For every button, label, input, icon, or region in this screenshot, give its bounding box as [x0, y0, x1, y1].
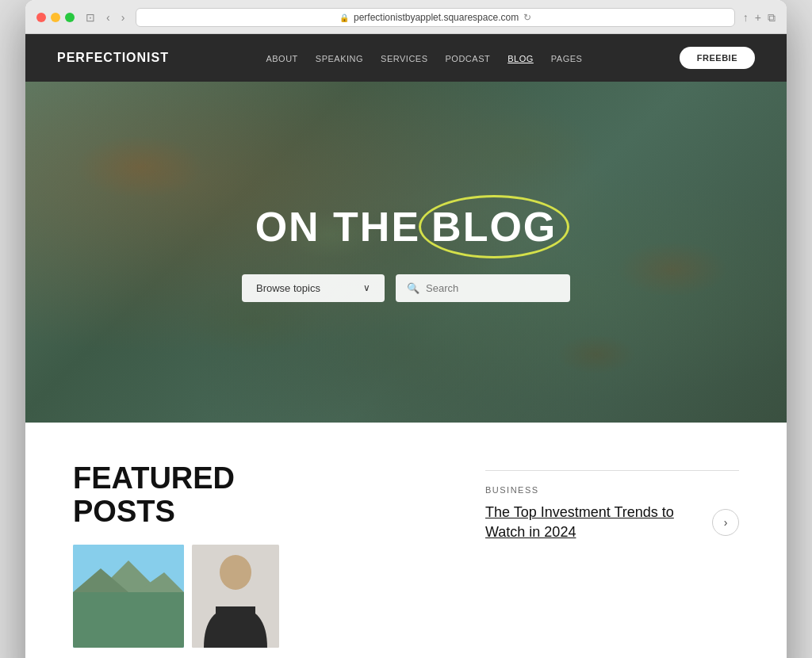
main-nav: PERFECTIONIST ABOUT SPEAKING SERVICES PO… [25, 34, 787, 82]
close-icon[interactable] [36, 13, 46, 22]
hero-title-part2: BLOG [431, 203, 557, 251]
address-bar[interactable]: 🔒 perfectionistbyapplet.squarespace.com … [136, 8, 734, 27]
search-input[interactable] [426, 282, 559, 294]
svg-rect-1 [73, 592, 184, 648]
browser-controls: ⊡ ‹ › [82, 10, 128, 25]
featured-image-1 [73, 545, 184, 648]
post-row: The Top Investment Trends to Watch in 20… [485, 503, 739, 542]
divider [485, 470, 739, 471]
nav-item-podcast[interactable]: PODCAST [446, 54, 491, 63]
share-button[interactable]: ↑ [743, 11, 749, 25]
chevron-down-icon: ∨ [363, 282, 370, 293]
person-portrait-icon [192, 545, 279, 648]
hero-texture [25, 82, 787, 423]
new-tab-button[interactable]: + [755, 11, 761, 25]
browse-topics-dropdown[interactable]: Browse topics ∨ [242, 274, 385, 302]
website: PERFECTIONIST ABOUT SPEAKING SERVICES PO… [25, 34, 787, 658]
svg-rect-7 [216, 606, 255, 648]
browse-topics-label: Browse topics [256, 282, 320, 294]
posts-section: BUSINESS The Top Investment Trends to Wa… [485, 462, 739, 648]
featured-title-line2: POSTS [73, 495, 438, 529]
minimize-icon[interactable] [51, 13, 60, 22]
post-arrow-button[interactable]: › [712, 509, 739, 536]
nav-links: ABOUT SPEAKING SERVICES PODCAST BLOG PAG… [266, 51, 582, 65]
featured-posts-title: FEATURED POSTS [73, 462, 438, 529]
hero-title: ON THE BLOG [255, 203, 557, 251]
featured-image-2 [192, 545, 279, 648]
copy-button[interactable]: ⧉ [768, 11, 776, 25]
post-title[interactable]: The Top Investment Trends to Watch in 20… [485, 503, 696, 542]
window-mode-button[interactable]: ⊡ [82, 10, 98, 25]
nav-item-about[interactable]: ABOUT [266, 54, 297, 63]
maximize-icon[interactable] [65, 13, 75, 22]
site-logo[interactable]: PERFECTIONIST [57, 51, 169, 65]
hero-title-part1: ON THE [255, 203, 420, 251]
url-text: perfectionistbyapplet.squarespace.com [354, 12, 519, 23]
nav-item-services[interactable]: SERVICES [381, 54, 427, 63]
category-label: BUSINESS [485, 485, 739, 495]
mountain-scene-icon [73, 545, 184, 648]
back-button[interactable]: ‹ [103, 10, 113, 25]
lock-icon: 🔒 [339, 13, 349, 22]
hero-section: ON THE BLOG Browse topics ∨ 🔍 [25, 82, 787, 423]
main-content: FEATURED POSTS [25, 423, 787, 658]
forward-button[interactable]: › [118, 10, 128, 25]
blog-circle-decoration [419, 195, 569, 258]
traffic-lights [36, 13, 75, 22]
browser-chrome: ⊡ ‹ › 🔒 perfectionistbyapplet.squarespac… [25, 0, 787, 34]
arrow-right-icon: › [724, 516, 728, 529]
nav-item-pages[interactable]: PAGES [551, 54, 583, 63]
featured-title-line1: FEATURED [73, 462, 438, 495]
nav-item-speaking[interactable]: SPEAKING [316, 54, 363, 63]
nav-item-blog[interactable]: BLOG [508, 54, 534, 63]
search-icon: 🔍 [407, 282, 419, 294]
featured-images [73, 545, 438, 648]
browser-window: ⊡ ‹ › 🔒 perfectionistbyapplet.squarespac… [25, 0, 787, 658]
hero-controls: Browse topics ∨ 🔍 [242, 274, 570, 302]
freebie-button[interactable]: FREEBIE [680, 47, 755, 69]
search-box: 🔍 [396, 274, 570, 302]
browser-actions: ↑ + ⧉ [743, 11, 776, 25]
reload-icon[interactable]: ↻ [523, 12, 531, 23]
svg-point-6 [220, 555, 251, 590]
featured-section: FEATURED POSTS [73, 462, 438, 648]
